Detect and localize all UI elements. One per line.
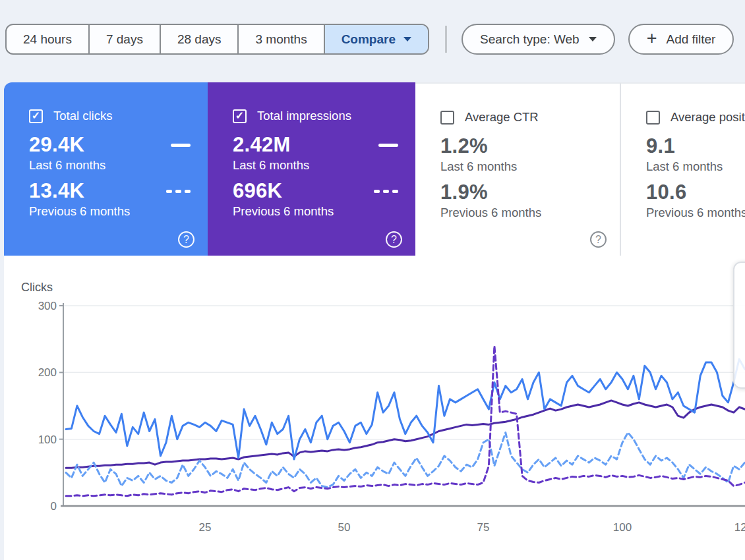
solid-line-icon — [378, 144, 398, 147]
svg-text:50: 50 — [338, 521, 351, 534]
svg-text:300: 300 — [38, 300, 57, 312]
tab-7-days[interactable]: 7 days — [90, 25, 161, 53]
metric-value-secondary: 696K — [233, 179, 282, 203]
check-icon: ✓ — [32, 111, 40, 121]
card-title: Total clicks — [53, 109, 112, 123]
svg-text:125: 125 — [734, 521, 745, 534]
clicks-chart-svg: 0100200300Clicks255075100125 — [4, 256, 745, 560]
metric-label-primary: Last 6 months — [440, 159, 605, 174]
tab-24-hours[interactable]: 24 hours — [7, 25, 90, 53]
performance-panel: ✓ Total clicks 29.4K Last 6 months 13.4K… — [4, 82, 745, 560]
metric-label-primary: Last 6 months — [233, 158, 401, 173]
toolbar: 24 hours 7 days 28 days 3 months Compare… — [5, 24, 745, 55]
tab-28-days[interactable]: 28 days — [161, 25, 239, 53]
plus-icon: + — [647, 30, 657, 47]
checkbox-total-clicks[interactable]: ✓ — [29, 109, 43, 123]
chevron-down-icon — [589, 37, 597, 42]
card-total-clicks[interactable]: ✓ Total clicks 29.4K Last 6 months 13.4K… — [4, 82, 208, 256]
search-type-button[interactable]: Search type: Web — [462, 24, 615, 55]
chevron-down-icon — [403, 37, 411, 42]
checkbox-average-position[interactable] — [646, 111, 660, 125]
metric-value-secondary: 1.9% — [440, 181, 488, 204]
metric-label-secondary: Previous 6 months — [233, 204, 401, 219]
check-icon: ✓ — [235, 111, 244, 121]
metric-cards-row: ✓ Total clicks 29.4K Last 6 months 13.4K… — [4, 82, 745, 256]
metric-label-primary: Last 6 months — [29, 158, 193, 173]
svg-text:25: 25 — [199, 521, 212, 534]
metric-value-primary: 29.4K — [29, 133, 84, 157]
solid-line-icon — [171, 144, 191, 147]
svg-text:100: 100 — [38, 434, 57, 446]
tooltip-card — [733, 262, 745, 389]
dashed-line-icon — [166, 190, 191, 193]
performance-chart[interactable]: 0100200300Clicks255075100125 — [4, 256, 745, 560]
search-type-label: Search type: Web — [480, 32, 580, 47]
svg-text:75: 75 — [477, 521, 490, 534]
date-range-tabs: 24 hours 7 days 28 days 3 months Compare — [5, 24, 429, 55]
metric-label-secondary: Previous 6 months — [440, 206, 605, 220]
series-impressions-previous-6-months — [66, 346, 745, 496]
metric-value-secondary: 10.6 — [646, 181, 687, 204]
metric-value-primary: 2.42M — [233, 133, 291, 157]
add-filter-button[interactable]: + Add filter — [628, 24, 734, 55]
tab-compare-label: Compare — [342, 32, 396, 47]
card-total-impressions[interactable]: ✓ Total impressions 2.42M Last 6 months … — [208, 82, 415, 256]
checkbox-average-ctr[interactable] — [440, 111, 454, 125]
dashed-line-icon — [374, 190, 398, 193]
card-title: Average position — [670, 110, 745, 125]
metric-label-secondary: Previous 6 months — [29, 204, 193, 219]
checkbox-total-impressions[interactable]: ✓ — [233, 109, 247, 123]
card-title: Total impressions — [257, 109, 351, 123]
svg-text:100: 100 — [613, 521, 632, 534]
metric-label-secondary: Previous 6 months — [646, 206, 745, 220]
card-average-position[interactable]: Average position 9.1 Last 6 months 10.6 … — [620, 82, 745, 256]
tab-3-months[interactable]: 3 months — [239, 25, 324, 53]
card-title: Average CTR — [465, 110, 539, 125]
metric-value-primary: 1.2% — [440, 134, 488, 158]
metric-value-primary: 9.1 — [646, 134, 675, 158]
add-filter-label: Add filter — [666, 32, 715, 47]
card-average-ctr[interactable]: Average CTR 1.2% Last 6 months 1.9% Prev… — [415, 82, 620, 256]
tab-compare[interactable]: Compare — [325, 25, 428, 53]
help-icon[interactable]: ? — [178, 231, 194, 248]
svg-text:Clicks: Clicks — [21, 281, 53, 294]
svg-text:200: 200 — [38, 366, 57, 379]
toolbar-divider — [445, 26, 447, 53]
series-clicks-last-6-months — [66, 359, 745, 459]
help-icon[interactable]: ? — [386, 231, 402, 248]
metric-value-secondary: 13.4K — [29, 179, 84, 203]
metric-label-primary: Last 6 months — [646, 159, 745, 174]
svg-text:0: 0 — [51, 500, 57, 513]
help-icon[interactable]: ? — [590, 231, 607, 248]
